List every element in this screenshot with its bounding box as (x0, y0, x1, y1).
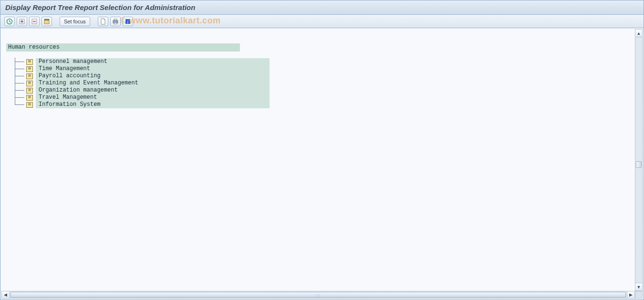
document-button[interactable] (98, 17, 108, 26)
tree-node-label: Travel Management (36, 94, 270, 101)
tree-node-information-system[interactable]: ⊞ Information System (6, 101, 270, 108)
svg-rect-7 (114, 22, 117, 24)
content-area: Human resources ⊞ Personnel management ⊞… (1, 29, 643, 291)
scroll-up-arrow-icon[interactable]: ▲ (635, 30, 642, 37)
printer-icon (112, 18, 119, 25)
tree-node-travel-management[interactable]: ⊞ Travel Management (6, 94, 270, 101)
layout-icon (43, 18, 50, 25)
info-icon: i (125, 18, 131, 25)
tree-connector-icon (6, 94, 26, 101)
expand-node-button[interactable] (17, 17, 27, 26)
vertical-scroll-thumb[interactable] (636, 161, 642, 168)
expand-icon[interactable]: ⊞ (26, 88, 33, 93)
tree-node-payroll-accounting[interactable]: ⊞ Payroll accounting (6, 72, 270, 80)
tree-connector-icon (6, 65, 26, 72)
set-focus-button[interactable]: Set focus (60, 17, 90, 26)
tree-node-label: Personnel management (36, 58, 270, 65)
scroll-left-arrow-icon[interactable]: ◀ (2, 291, 10, 298)
grip-icon: ::: (316, 293, 321, 297)
title-bar: Display Report Tree Report Selection for… (0, 0, 644, 15)
tree-node-personnel-management[interactable]: ⊞ Personnel management (6, 58, 270, 65)
tree-root-label: Human resources (8, 44, 60, 51)
expand-icon[interactable]: ⊞ (26, 81, 33, 86)
horizontal-scroll-thumb[interactable]: ::: (10, 292, 626, 298)
document-icon (100, 18, 106, 25)
print-button[interactable] (110, 17, 121, 26)
collapse-node-button[interactable] (29, 17, 40, 26)
page-title: Display Report Tree Report Selection for… (5, 3, 195, 11)
clock-check-icon (6, 18, 13, 25)
svg-rect-4 (44, 19, 49, 21)
scroll-right-arrow-icon[interactable]: ▶ (627, 291, 634, 298)
expand-icon[interactable]: ⊞ (26, 95, 33, 101)
scroll-down-arrow-icon[interactable]: ▼ (635, 283, 642, 290)
execute-button[interactable] (4, 17, 15, 26)
vertical-scroll-track[interactable] (635, 37, 642, 283)
watermark-text: © www.tutorialkart.com (120, 16, 221, 26)
expand-icon[interactable]: ⊞ (26, 102, 33, 108)
expand-icon[interactable]: ⊞ (26, 66, 33, 72)
tree-node-time-management[interactable]: ⊞ Time Management (6, 65, 270, 72)
tree-connector-icon (6, 87, 26, 94)
tree-connector-icon (6, 58, 26, 65)
set-focus-label: Set focus (64, 19, 86, 24)
expand-icon[interactable]: ⊞ (26, 73, 33, 79)
tree-node-label: Training and Event Management (36, 80, 270, 87)
tree-node-label: Time Management (36, 65, 270, 72)
report-tree: Human resources ⊞ Personnel management ⊞… (6, 43, 270, 108)
toolbar: Set focus i © www.tutorialkart.com (0, 15, 644, 28)
tree-node-training-event-management[interactable]: ⊞ Training and Event Management (6, 80, 270, 87)
tree-connector-icon (6, 72, 26, 80)
expand-icon[interactable]: ⊞ (26, 59, 33, 65)
horizontal-scroll-track[interactable]: ::: (10, 291, 627, 298)
tree-connector-icon (6, 101, 26, 108)
scrollbar-corner (635, 291, 643, 299)
expand-plus-icon (19, 18, 25, 25)
tree-root[interactable]: Human resources (6, 43, 240, 52)
horizontal-scrollbar[interactable]: ◀ ::: ▶ (1, 291, 635, 299)
tree-node-label: Organization management (36, 87, 270, 94)
svg-rect-6 (114, 19, 117, 21)
info-button[interactable]: i (123, 17, 133, 26)
tree-node-label: Payroll accounting (36, 72, 270, 80)
layout-button[interactable] (42, 17, 52, 26)
collapse-minus-icon (31, 18, 38, 25)
app-frame: Display Report Tree Report Selection for… (0, 0, 644, 300)
tree-children: ⊞ Personnel management ⊞ Time Management… (6, 58, 270, 108)
svg-text:i: i (127, 19, 128, 24)
tree-connector-icon (6, 80, 26, 87)
vertical-scrollbar[interactable]: ▲ ▼ (635, 29, 643, 291)
tree-node-organization-management[interactable]: ⊞ Organization management (6, 87, 270, 94)
tree-node-label: Information System (36, 101, 270, 108)
